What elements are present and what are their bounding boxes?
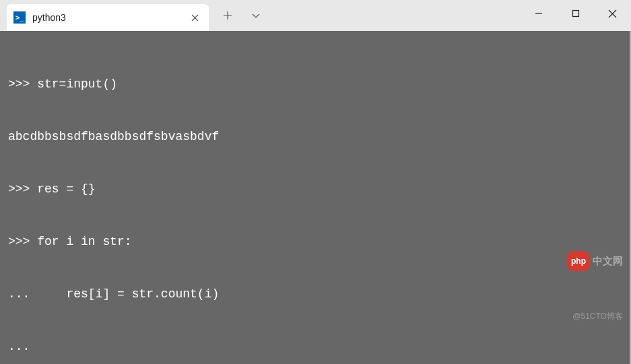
terminal-line: >>> for i in str: [8, 233, 622, 250]
terminal-pane[interactable]: >>> str=input() abcdbbsbsdfbasdbbsdfsbva… [0, 31, 631, 364]
close-window-button[interactable] [594, 0, 631, 27]
tab-close-button[interactable] [187, 10, 202, 25]
new-tab-button[interactable] [214, 2, 241, 29]
watermark-badge: php [567, 251, 590, 271]
maximize-button[interactable] [557, 0, 594, 27]
tab-dropdown-button[interactable] [242, 2, 269, 29]
terminal-line: abcdbbsbsdfbasdbbsdfsbvasbdvf [8, 128, 622, 145]
minimize-button[interactable] [520, 0, 557, 27]
tab-title: python3 [32, 12, 180, 23]
watermark-text-1: 中文网 [593, 252, 623, 270]
terminal-line: >>> str=input() [8, 75, 622, 93]
window-controls [520, 0, 631, 27]
titlebar-actions [214, 0, 269, 31]
terminal-line: ... [8, 338, 622, 355]
terminal-line: >>> res = {} [8, 180, 622, 198]
watermark-text-2: @51CTO博客 [567, 307, 623, 325]
svg-rect-0 [572, 11, 578, 17]
powershell-icon: >_ [13, 11, 26, 24]
terminal-line: ... res[i] = str.count(i) [8, 285, 622, 303]
titlebar: >_ python3 [0, 0, 631, 31]
tab-python3[interactable]: >_ python3 [7, 4, 209, 31]
